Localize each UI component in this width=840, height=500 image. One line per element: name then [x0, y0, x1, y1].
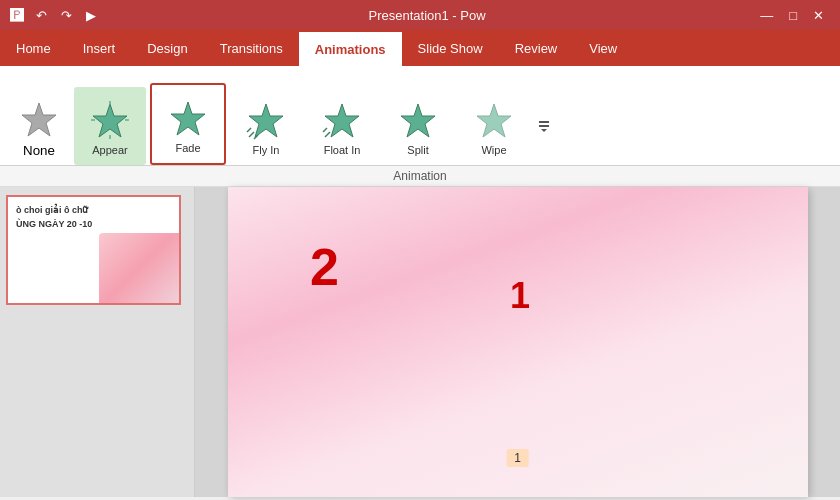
- svg-marker-15: [477, 104, 511, 137]
- svg-marker-0: [22, 103, 56, 136]
- svg-line-9: [247, 128, 251, 132]
- fade-label: Fade: [175, 142, 200, 154]
- menu-home[interactable]: Home: [0, 30, 67, 66]
- svg-marker-11: [325, 104, 359, 137]
- slide-number-badge: 1: [506, 449, 529, 467]
- anim-split-button[interactable]: Split: [382, 87, 454, 165]
- ribbon-section-label: Animation: [0, 166, 840, 187]
- slide-text-line2: ÙNG NGÀY 20 -10: [16, 219, 171, 229]
- menu-review[interactable]: Review: [499, 30, 574, 66]
- present-button[interactable]: ▶: [82, 6, 100, 25]
- slide-thumb-image: [99, 233, 179, 303]
- none-label: None: [23, 143, 55, 158]
- main-canvas: 1: [195, 187, 840, 497]
- more-animations-button[interactable]: [534, 87, 554, 165]
- svg-marker-18: [541, 129, 547, 132]
- slide-canvas[interactable]: 1: [228, 187, 808, 497]
- undo-button[interactable]: ↶: [32, 6, 51, 25]
- slide-thumbnail[interactable]: ò choi giải ô chữ ÙNG NGÀY 20 -10: [6, 195, 181, 305]
- split-label: Split: [407, 144, 428, 156]
- animation-section-label: Animation: [393, 169, 446, 183]
- app-icon: 🅿: [10, 7, 24, 23]
- slide-text-line1: ò choi giải ô chữ: [16, 205, 171, 215]
- more-icon: [536, 118, 552, 134]
- menu-slideshow[interactable]: Slide Show: [402, 30, 499, 66]
- svg-rect-17: [539, 125, 549, 127]
- anim-appear-button[interactable]: Appear: [74, 87, 146, 165]
- anim-fade-button[interactable]: Fade: [152, 85, 224, 163]
- svg-marker-14: [401, 104, 435, 137]
- ribbon: None Appear Fade Fly In: [0, 66, 840, 166]
- annotation-1: 1: [510, 275, 530, 317]
- title-bar-left: 🅿 ↶ ↷ ▶: [10, 6, 100, 25]
- floatin-label: Float In: [324, 144, 361, 156]
- menu-transitions[interactable]: Transitions: [204, 30, 299, 66]
- redo-button[interactable]: ↷: [57, 6, 76, 25]
- floatin-star-icon: [322, 100, 362, 140]
- annotation-2: 2: [310, 237, 339, 297]
- menu-design[interactable]: Design: [131, 30, 203, 66]
- wipe-star-icon: [474, 100, 514, 140]
- anim-wipe-button[interactable]: Wipe: [458, 87, 530, 165]
- minimize-button[interactable]: —: [754, 8, 779, 23]
- svg-rect-16: [539, 121, 549, 123]
- svg-line-8: [249, 132, 254, 137]
- svg-line-13: [323, 128, 327, 132]
- slide-thumb-text: ò choi giải ô chữ ÙNG NGÀY 20 -10: [8, 197, 179, 237]
- appear-star-icon: [90, 100, 130, 140]
- maximize-button[interactable]: □: [783, 8, 803, 23]
- title-bar: 🅿 ↶ ↷ ▶ Presentation1 - Pow — □ ✕: [0, 0, 840, 30]
- anim-floatin-button[interactable]: Float In: [306, 87, 378, 165]
- anim-none-button[interactable]: None: [8, 87, 70, 165]
- none-star-icon: [19, 99, 59, 139]
- svg-marker-1: [93, 104, 127, 137]
- flyin-label: Fly In: [253, 144, 280, 156]
- menu-view[interactable]: View: [573, 30, 633, 66]
- menu-animations[interactable]: Animations: [299, 30, 402, 66]
- menu-insert[interactable]: Insert: [67, 30, 132, 66]
- anim-fade-container: Fade: [150, 83, 226, 165]
- svg-line-12: [325, 132, 330, 137]
- content-area: 1 ò choi giải ô chữ ÙNG NGÀY 20 -10 2 1: [0, 187, 840, 497]
- window-title: Presentation1 - Pow: [100, 8, 754, 23]
- svg-marker-7: [249, 104, 283, 137]
- svg-marker-6: [171, 102, 205, 135]
- window-controls: — □ ✕: [754, 8, 830, 23]
- split-star-icon: [398, 100, 438, 140]
- wipe-label: Wipe: [481, 144, 506, 156]
- anim-flyin-button[interactable]: Fly In: [230, 87, 302, 165]
- menu-bar: Home Insert Design Transitions Animation…: [0, 30, 840, 66]
- close-button[interactable]: ✕: [807, 8, 830, 23]
- fade-star-icon: [168, 98, 208, 138]
- flyin-star-icon: [246, 100, 286, 140]
- quick-access-toolbar: ↶ ↷ ▶: [32, 6, 100, 25]
- appear-label: Appear: [92, 144, 127, 156]
- slide-panel[interactable]: ò choi giải ô chữ ÙNG NGÀY 20 -10: [0, 187, 195, 497]
